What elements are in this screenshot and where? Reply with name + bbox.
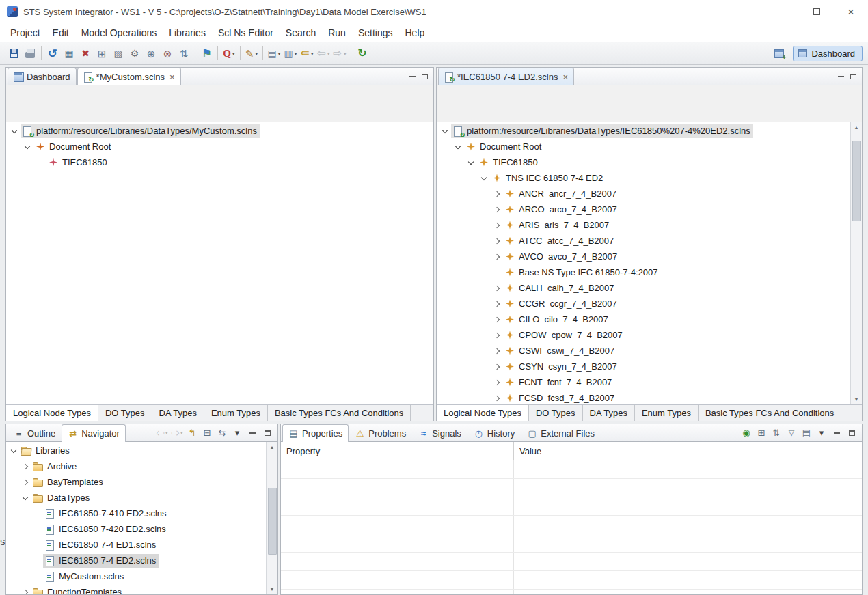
tree-row[interactable]: CPOW cpow_7_4_B2007 (437, 327, 850, 343)
menu-item[interactable]: Scl Ns Editor (212, 25, 280, 40)
menu-item[interactable]: Search (280, 25, 322, 40)
tab-dashboard[interactable]: Dashboard × (8, 68, 77, 85)
editor-bottom-tab[interactable]: DO Types (98, 405, 152, 421)
expand-arrow-icon[interactable] (32, 508, 43, 519)
back-icon[interactable]: ▾ (155, 426, 169, 441)
tree-row[interactable]: FunctionTemplates (6, 584, 266, 594)
expand-arrow-icon[interactable] (492, 283, 503, 294)
tree-row[interactable]: MyCustom.sclns (6, 568, 266, 584)
undo-icon[interactable]: ▾ (44, 45, 61, 61)
close-tab-icon[interactable]: × (561, 72, 568, 81)
print-icon[interactable]: ▾ (22, 45, 38, 61)
maximize-view-icon[interactable] (422, 74, 428, 79)
expand-arrow-icon[interactable] (36, 157, 46, 168)
expand-arrow-icon[interactable] (32, 571, 43, 582)
right-editor-scrollbar[interactable]: ▲ ▼ (850, 122, 862, 404)
scrollbar-thumb[interactable] (268, 488, 277, 555)
scroll-down-icon[interactable]: ▼ (267, 584, 277, 594)
editor-bottom-tab[interactable]: Logical Node Types (6, 405, 98, 421)
back-history-icon[interactable]: ▾ (315, 45, 331, 61)
tab-properties[interactable]: Properties (282, 424, 349, 442)
tree-row[interactable]: IEC61850-7-410 ED2.sclns (6, 506, 266, 521)
editor-bottom-tab[interactable]: DA Types (152, 405, 204, 421)
expand-arrow-icon[interactable] (9, 445, 20, 456)
tree-row[interactable]: BayTemplates (6, 474, 266, 490)
scroll-up-icon[interactable]: ▲ (851, 122, 862, 133)
tab-history[interactable]: History (467, 424, 521, 441)
model-op-8-icon[interactable]: ▾ (176, 45, 192, 61)
view-config-1-icon[interactable]: ▾ (266, 45, 282, 61)
scroll-up-icon[interactable]: ▲ (267, 442, 277, 452)
up-level-icon[interactable]: ▾ (185, 426, 199, 441)
tree-row[interactable]: IEC61850 7-420 ED2.sclns (6, 521, 266, 537)
tree-row[interactable]: CILO cilo_7_4_B2007 (437, 312, 850, 327)
minimize-view-icon[interactable] (409, 76, 416, 77)
expand-arrow-icon[interactable] (492, 204, 503, 215)
tree-row[interactable]: platform:/resource/Libraries/DataTypes/M… (6, 123, 433, 139)
scroll-down-icon[interactable]: ▼ (851, 394, 862, 404)
expand-arrow-icon[interactable] (21, 461, 31, 472)
expand-arrow-icon[interactable] (492, 236, 503, 247)
menu-item[interactable]: Help (398, 25, 431, 40)
tree-row[interactable]: IEC61850 7-4 ED1.sclns (6, 537, 266, 553)
expand-arrow-icon[interactable] (479, 173, 490, 184)
maximize-window-button[interactable] (800, 0, 834, 23)
expand-arrow-icon[interactable] (492, 299, 503, 309)
tree-row[interactable]: TIEC61850 (6, 154, 433, 170)
tree-row[interactable]: ARIS aris_7_4_B2007 (437, 217, 850, 233)
expand-arrow-icon[interactable] (492, 330, 503, 341)
tab-mycustom[interactable]: *MyCustom.sclns × (77, 68, 181, 85)
menu-item[interactable]: Model Operations (75, 25, 163, 40)
tree-row[interactable]: CSYN csyn_7_4_B2007 (437, 359, 850, 374)
navigator-scrollbar[interactable]: ▲ ▼ (266, 442, 277, 594)
model-op-5-icon[interactable]: ▾ (126, 45, 143, 61)
menu-item[interactable]: Libraries (163, 25, 212, 40)
tree-row[interactable]: DataTypes (6, 490, 266, 506)
tab-external-files[interactable]: External Files (521, 424, 601, 441)
tree-row[interactable]: Base NS Type IEC 61850-7-4:2007 (437, 264, 850, 280)
fast-view-label[interactable]: S (0, 538, 5, 546)
expand-arrow-icon[interactable] (492, 251, 503, 262)
minimize-window-button[interactable] (765, 0, 800, 23)
expand-arrow-icon[interactable] (492, 377, 503, 388)
editor-bottom-tab[interactable]: Basic Types FCs And Conditions (268, 405, 411, 421)
wand-icon[interactable]: ▾ (243, 45, 260, 61)
open-perspective-button[interactable] (771, 45, 787, 61)
editor-bottom-tab[interactable]: Enum Types (635, 405, 699, 421)
tree-row[interactable]: Libraries (6, 443, 266, 458)
expand-arrow-icon[interactable] (492, 346, 503, 357)
tree-row[interactable]: ATCC atcc_7_4_B2007 (437, 233, 850, 249)
link-with-editor-icon[interactable]: ▾ (215, 426, 229, 441)
last-edit-location-icon[interactable]: ▾ (299, 45, 315, 61)
tree-row[interactable]: ANCR ancr_7_4_B2007 (437, 186, 850, 202)
expand-arrow-icon[interactable] (23, 141, 33, 152)
close-tab-icon[interactable]: × (168, 72, 175, 81)
view-menu-icon[interactable]: ▾ (230, 426, 244, 441)
close-window-button[interactable]: × (834, 0, 868, 23)
expand-arrow-icon[interactable] (21, 493, 31, 503)
tab-problems[interactable]: Problems (349, 424, 412, 441)
tree-row[interactable]: IEC61850 7-4 ED2.sclns (6, 553, 266, 568)
dashboard-perspective-button[interactable]: Dashboard (793, 46, 863, 61)
menu-item[interactable]: Run (322, 25, 352, 40)
maximize-icon[interactable]: ▾ (845, 426, 858, 441)
tab-navigator[interactable]: Navigator (62, 424, 126, 442)
expand-arrow-icon[interactable] (453, 141, 464, 152)
tree-row[interactable]: ARCO arco_7_4_B2007 (437, 202, 850, 217)
tree-row[interactable]: CCGR ccgr_7_4_B2007 (437, 296, 850, 312)
editor-bottom-tab[interactable]: Logical Node Types (437, 405, 529, 421)
expand-arrow-icon[interactable] (492, 220, 503, 231)
save-icon[interactable]: ▾ (5, 45, 22, 61)
editor-bottom-tab[interactable]: Enum Types (204, 405, 268, 421)
menu-item[interactable]: Project (4, 25, 46, 40)
model-op-2-icon[interactable]: ▾ (77, 45, 94, 61)
model-op-4-icon[interactable]: ▾ (110, 45, 126, 61)
expand-arrow-icon[interactable] (492, 361, 503, 372)
model-op-7-icon[interactable]: ▾ (159, 45, 176, 61)
view-menu-icon[interactable]: ▾ (815, 426, 828, 441)
pin-icon[interactable]: ▾ (740, 426, 753, 441)
tree-row[interactable]: TNS IEC 61850 7-4 ED2 (437, 170, 850, 186)
tree-row[interactable]: Document Root (6, 139, 433, 154)
tab-iec61850-7-4-ed2[interactable]: *IEC61850 7-4 ED2.sclns × (438, 68, 574, 85)
model-op-1-icon[interactable]: ▾ (61, 45, 77, 61)
